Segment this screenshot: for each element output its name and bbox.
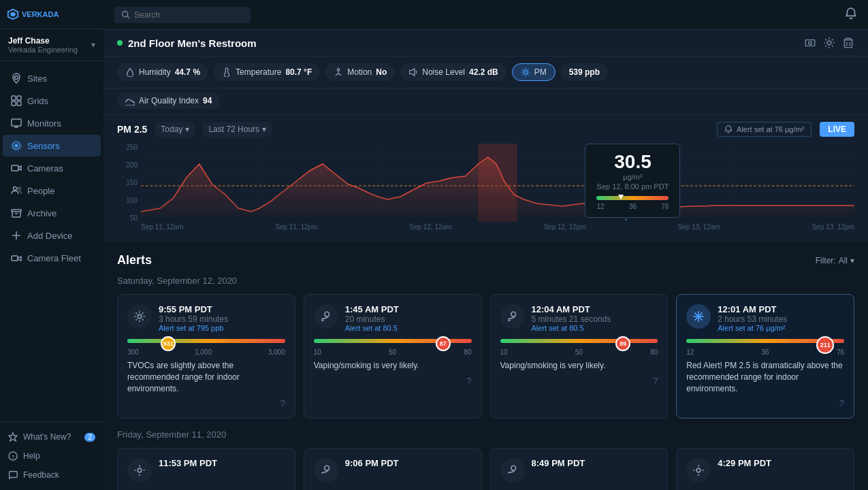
speaker-icon bbox=[408, 67, 418, 77]
bar-label-high: 76 bbox=[837, 348, 844, 356]
sidebar-item-archive[interactable]: Archive bbox=[3, 202, 101, 224]
info-icon-pm25[interactable]: ? bbox=[839, 398, 844, 408]
snowflake-icon bbox=[692, 310, 705, 323]
alert-threshold-smoke1: Alert set at 80.5 bbox=[345, 324, 399, 332]
pm25-label: PM bbox=[534, 67, 547, 77]
metric-tvoc[interactable]: 539 ppb bbox=[561, 63, 608, 81]
sun-icon bbox=[521, 67, 530, 77]
temperature-label: Temperature bbox=[236, 67, 281, 77]
sidebar-item-monitors-label: Monitors bbox=[27, 118, 61, 129]
sidebar-item-people[interactable]: People bbox=[3, 180, 101, 201]
user-info: Jeff Chase Verkada Engineering bbox=[8, 36, 78, 54]
noise-label: Noise Level bbox=[422, 67, 465, 77]
sidebar-nav: Sites Grids Monitors Sensors Cameras Peo… bbox=[0, 61, 103, 421]
sidebar-item-grids-label: Grids bbox=[27, 96, 48, 106]
sidebar-item-add-device[interactable]: Add Device bbox=[3, 225, 101, 246]
alert-card-tvoc: 9:55 PM PDT 3 hours 59 minutes Alert set… bbox=[117, 294, 295, 419]
metric-pm25[interactable]: PM bbox=[512, 63, 556, 81]
alert-card-fri-1-info: 11:53 PM PDT bbox=[159, 458, 217, 468]
range-dropdown[interactable]: Last 72 Hours ▾ bbox=[203, 122, 272, 137]
alerts-header: Alerts Filter: All ▾ bbox=[117, 253, 854, 267]
svg-line-42 bbox=[528, 69, 528, 70]
smoke-icon-2 bbox=[507, 310, 519, 323]
alert-card-pm25-header: 12:01 AM PDT 2 hours 53 minutes Alert se… bbox=[686, 304, 844, 332]
tooltip-scale-high: 76 bbox=[661, 203, 669, 210]
metric-humidity[interactable]: Humidity 44.7 % bbox=[117, 63, 208, 81]
alert-set-button[interactable]: Alert set at 76 μg/m² bbox=[717, 122, 811, 137]
chart-title: PM 2.5 bbox=[117, 124, 147, 135]
sidebar-item-camera-fleet[interactable]: Camera Fleet bbox=[3, 247, 101, 269]
svg-marker-14 bbox=[18, 166, 21, 170]
location-icon bbox=[11, 73, 22, 84]
device-settings-icon[interactable] bbox=[823, 37, 835, 49]
tooltip-date: Sep 12, 8:00 pm PDT bbox=[596, 182, 669, 191]
sidebar-item-feedback[interactable]: Feedback bbox=[0, 466, 103, 485]
metric-air-quality[interactable]: Air Quality Index 94 bbox=[117, 93, 220, 109]
add-icon bbox=[11, 230, 22, 241]
svg-point-32 bbox=[338, 69, 340, 71]
metrics-bar-2: Air Quality Index 94 bbox=[103, 88, 868, 115]
chart-svg[interactable] bbox=[141, 144, 854, 222]
cloud-icon bbox=[125, 96, 135, 105]
alert-card-pm25-info: 12:01 AM PDT 2 hours 53 minutes Alert se… bbox=[718, 304, 787, 332]
alert-duration-tvoc: 3 hours 59 minutes bbox=[159, 314, 228, 324]
user-chevron: ▾ bbox=[91, 40, 95, 50]
svg-line-43 bbox=[522, 74, 523, 75]
sidebar-logo[interactable]: VERKADA bbox=[7, 8, 59, 20]
sidebar-item-cameras[interactable]: Cameras bbox=[3, 157, 101, 179]
metric-motion[interactable]: Motion No bbox=[325, 63, 395, 81]
alert-footer-pm25: ? bbox=[686, 398, 844, 408]
live-button[interactable]: LIVE bbox=[820, 122, 854, 137]
search-box[interactable] bbox=[114, 7, 251, 23]
svg-point-29 bbox=[809, 42, 812, 45]
filter-chevron: ▾ bbox=[850, 256, 854, 265]
sidebar-item-whats-new[interactable]: What's New? 2 bbox=[0, 427, 103, 446]
x-label-6: Sep 13, 12pm bbox=[812, 223, 854, 231]
x-label-4: Sep 12, 12pm bbox=[543, 223, 585, 231]
bar-label-mid: 50 bbox=[575, 348, 583, 356]
logo-text: VERKADA bbox=[22, 10, 59, 18]
alert-duration-smoke2: 5 minutes 21 seconds bbox=[532, 314, 611, 324]
alert-bar-container-smoke1: 87 bbox=[314, 339, 472, 343]
notification-bell-icon[interactable] bbox=[845, 7, 857, 22]
bar-label-high: 3,000 bbox=[268, 348, 285, 356]
sidebar-item-archive-label: Archive bbox=[27, 208, 57, 218]
alert-description-smoke2: Vaping/smoking is very likely. bbox=[500, 360, 658, 372]
saturday-date-label: Saturday, September 12, 2020 bbox=[117, 276, 854, 286]
device-view-icon[interactable] bbox=[804, 37, 816, 49]
alert-cards-saturday: 9:55 PM PDT 3 hours 59 minutes Alert set… bbox=[117, 294, 854, 419]
metric-temperature[interactable]: Temperature 80.7 °F bbox=[214, 63, 320, 81]
alert-bar-marker-smoke1: 87 bbox=[436, 336, 451, 351]
bar-label-mid: 50 bbox=[389, 348, 396, 356]
sidebar-item-help[interactable]: ? Help bbox=[0, 446, 103, 466]
search-input[interactable] bbox=[134, 10, 236, 20]
info-icon-smoke2[interactable]: ? bbox=[653, 376, 658, 386]
alert-card-pm25: 12:01 AM PDT 2 hours 53 minutes Alert se… bbox=[676, 294, 854, 419]
sidebar-item-monitors[interactable]: Monitors bbox=[3, 112, 101, 134]
monitor-icon bbox=[11, 118, 22, 129]
alert-card-tvoc-info: 9:55 PM PDT 3 hours 59 minutes Alert set… bbox=[159, 304, 228, 332]
device-actions bbox=[804, 37, 854, 49]
svg-point-64 bbox=[696, 469, 701, 473]
metric-noise[interactable]: Noise Level 42.2 dB bbox=[400, 63, 506, 81]
chart-container[interactable]: 250 200 150 100 50 30.5 μg/m² Sep 12, 8:… bbox=[103, 144, 868, 242]
alert-icon-fri-4 bbox=[686, 458, 711, 483]
info-icon-tvoc[interactable]: ? bbox=[280, 398, 285, 408]
sidebar-item-grids[interactable]: Grids bbox=[3, 90, 101, 112]
sidebar: VERKADA Jeff Chase Verkada Engineering ▾… bbox=[0, 0, 103, 490]
sidebar-item-sites[interactable]: Sites bbox=[3, 67, 101, 89]
alert-card-fri-3-header: 8:49 PM PDT bbox=[500, 458, 658, 483]
svg-point-26 bbox=[123, 12, 128, 17]
device-delete-icon[interactable] bbox=[842, 37, 854, 49]
alert-time-fri-3: 8:49 PM PDT bbox=[532, 458, 585, 468]
period-dropdown[interactable]: Today ▾ bbox=[155, 122, 195, 137]
filter-dropdown[interactable]: Filter: All ▾ bbox=[816, 256, 854, 265]
sidebar-item-sensors[interactable]: Sensors bbox=[3, 135, 101, 157]
bar-label-mid: 36 bbox=[762, 348, 769, 356]
alert-card-fri-3: 8:49 PM PDT bbox=[490, 448, 669, 490]
info-icon-smoke1[interactable]: ? bbox=[466, 376, 471, 386]
thermometer-icon bbox=[222, 67, 231, 77]
svg-point-2 bbox=[15, 76, 18, 80]
sidebar-user[interactable]: Jeff Chase Verkada Engineering ▾ bbox=[0, 29, 103, 61]
chart-svg-element[interactable] bbox=[141, 144, 854, 222]
